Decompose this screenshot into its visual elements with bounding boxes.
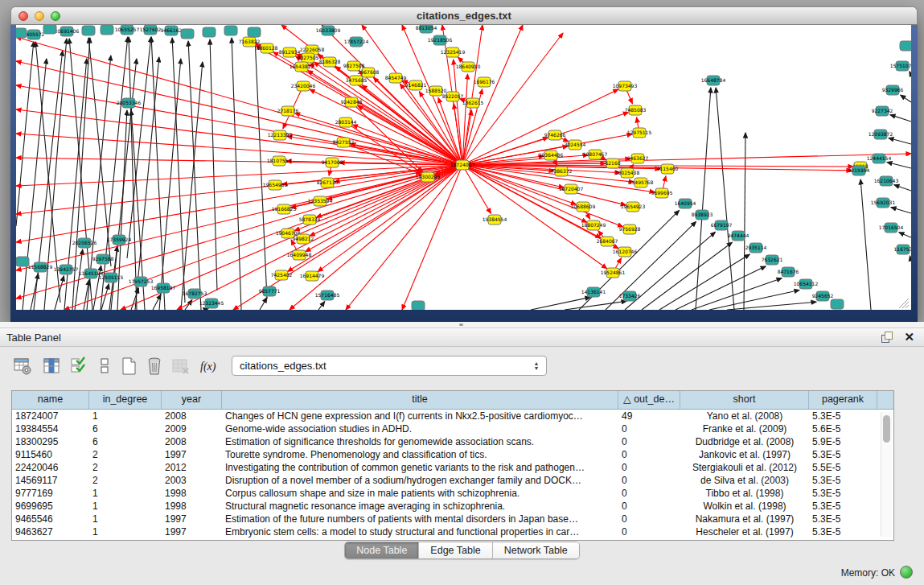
graph-node[interactable]: 62160 [605, 159, 620, 168]
citation-edge-black[interactable] [894, 185, 911, 191]
column-header-short[interactable]: short [680, 391, 809, 409]
citation-edge-black[interactable] [131, 288, 138, 310]
table-row[interactable]: 911546021997Tourette syndrome. Phenomeno… [12, 448, 893, 461]
graph-node[interactable] [101, 25, 113, 35]
table-vertical-scrollbar[interactable] [881, 412, 892, 537]
graph-node[interactable]: 9463627 [627, 154, 649, 163]
column-header-pagerank[interactable]: pagerank [809, 391, 877, 409]
graph-node[interactable]: 9329966 [882, 85, 904, 95]
cell-year[interactable]: 2008 [162, 435, 222, 448]
graph-node[interactable] [43, 25, 56, 34]
cell-year[interactable]: 2003 [162, 474, 222, 487]
graph-node[interactable]: 17857224 [344, 37, 369, 47]
cell-year[interactable]: 1997 [162, 448, 222, 461]
citation-edge-black[interactable] [159, 59, 181, 310]
graph-node[interactable]: 12213393 [268, 130, 293, 140]
cell-name[interactable]: 22420046 [12, 461, 89, 474]
cell-pagerank[interactable]: 5.3E-5 [809, 410, 877, 422]
cell-title[interactable]: Tourette syndrome. Phenomenology and cla… [222, 448, 618, 461]
cell-title[interactable]: Estimation of the future numbers of pati… [222, 513, 618, 525]
graph-node[interactable]: 9417008 [322, 158, 343, 167]
table-row[interactable]: 946362711997Embryonic stem cells: a mode… [12, 525, 893, 538]
table-row[interactable]: 1872400712008Changes of HCN gene express… [12, 410, 893, 422]
delete-entries-icon[interactable] [145, 356, 164, 376]
table-row[interactable]: 1456911722003Disruption of a novel membe… [12, 474, 893, 487]
graph-node[interactable]: 10654112 [794, 279, 819, 289]
graph-node[interactable]: 7425402 [271, 270, 293, 280]
cell-in_degree[interactable]: 6 [89, 422, 162, 435]
citation-edge-black[interactable] [135, 57, 159, 310]
table-row[interactable]: 977716911998Corpus callosum shape and si… [12, 487, 893, 500]
column-header-in_degree[interactable]: in_degree [89, 391, 162, 409]
graph-node[interactable]: 10025438 [615, 168, 640, 178]
graph-node[interactable]: 7485083 [625, 105, 647, 115]
cell-in_degree[interactable]: 2 [89, 474, 162, 487]
graph-node[interactable] [181, 29, 194, 39]
citation-edge-black[interactable] [696, 88, 711, 310]
graph-node[interactable]: 20691406 [55, 27, 80, 36]
graph-node[interactable]: 9466162 [161, 26, 183, 35]
graph-node[interactable]: 11568829 [28, 262, 53, 272]
cell-pagerank[interactable]: 5.3E-5 [809, 513, 877, 525]
graph-node[interactable]: 12975115 [627, 128, 652, 138]
table-row[interactable]: 1938455462009Genome-wide association stu… [12, 422, 893, 435]
citation-edge-black[interactable] [890, 115, 911, 122]
cell-out_de[interactable]: 0 [618, 525, 680, 538]
graph-node[interactable] [412, 301, 425, 310]
citation-edge-black[interactable] [188, 41, 201, 310]
graph-node[interactable]: 16543812 [290, 62, 314, 72]
graph-node[interactable]: 19166825 [272, 204, 297, 214]
graph-node[interactable]: 10655257 [115, 25, 140, 35]
function-builder-icon[interactable]: f(x) [198, 356, 222, 376]
citation-edge-black[interactable] [642, 242, 732, 310]
graph-node[interactable]: 16648784 [701, 76, 726, 85]
cell-name[interactable]: 9115460 [12, 448, 89, 461]
column-header-out_de[interactable]: △ out_de… [618, 391, 680, 409]
graph-node[interactable]: 9827505 [298, 53, 319, 63]
graph-node[interactable]: 9227342 [872, 106, 893, 116]
graph-node[interactable]: 10807467 [583, 150, 608, 159]
graph-node[interactable]: 18640910 [456, 62, 481, 72]
cell-pagerank[interactable]: 5.3E-5 [809, 487, 877, 500]
close-panel-icon[interactable]: ✕ [904, 331, 914, 343]
cell-pagerank[interactable]: 5.3E-5 [809, 500, 877, 513]
citation-edge-red[interactable] [352, 125, 462, 165]
panel-split-divider[interactable] [0, 322, 924, 328]
citation-edge-black[interactable] [255, 39, 267, 299]
graph-node[interactable]: 8860128 [257, 43, 278, 53]
cell-out_de[interactable]: 0 [618, 474, 680, 487]
citation-edge-red[interactable] [16, 109, 462, 165]
citation-edge-black[interactable] [676, 266, 766, 310]
cell-short[interactable]: Tibbo et al. (1998) [680, 487, 809, 500]
citation-edge-black[interactable] [203, 308, 208, 310]
cell-out_de[interactable]: 0 [618, 487, 680, 500]
citation-edge-red[interactable] [462, 25, 523, 165]
graph-node[interactable]: 12505115 [99, 273, 124, 282]
graph-node[interactable]: 16409948 [287, 250, 312, 260]
graph-node[interactable]: 19524861 [601, 268, 626, 278]
cell-year[interactable]: 1997 [162, 525, 222, 538]
citation-edge-black[interactable] [744, 133, 745, 310]
graph-node[interactable]: 3475685 [346, 76, 368, 85]
citation-edge-black[interactable] [692, 278, 782, 310]
cell-year[interactable]: 1997 [162, 513, 222, 525]
graph-node[interactable]: 8938923 [692, 210, 713, 220]
graph-node[interactable]: 15716485 [315, 290, 340, 300]
row-height-icon[interactable] [95, 356, 114, 376]
float-panel-icon[interactable] [881, 332, 893, 343]
cell-name[interactable]: 18724007 [12, 410, 89, 422]
cell-out_de[interactable]: 0 [618, 461, 680, 474]
graph-node[interactable]: 2803144 [335, 117, 357, 127]
table-selector-combo[interactable]: citations_edges.txt ▲▼ [232, 356, 547, 376]
cell-short[interactable]: Nakamura et al. (1997) [680, 513, 809, 525]
select-rows-icon[interactable] [69, 356, 88, 376]
graph-node[interactable]: 9245652 [812, 291, 834, 301]
graph-node[interactable]: 116753 [894, 245, 911, 254]
tab-node-table[interactable]: Node Table [345, 542, 419, 558]
cell-title[interactable]: Changes of HCN gene expression and I(f) … [222, 410, 618, 422]
graph-node[interactable]: 9857771 [259, 286, 281, 296]
cell-pagerank[interactable]: 5.3E-5 [809, 448, 877, 461]
graph-node[interactable]: 8186328 [319, 57, 341, 67]
cell-in_degree[interactable]: 1 [89, 500, 162, 513]
cell-short[interactable]: Stergiakouli et al. (2012) [680, 461, 809, 474]
